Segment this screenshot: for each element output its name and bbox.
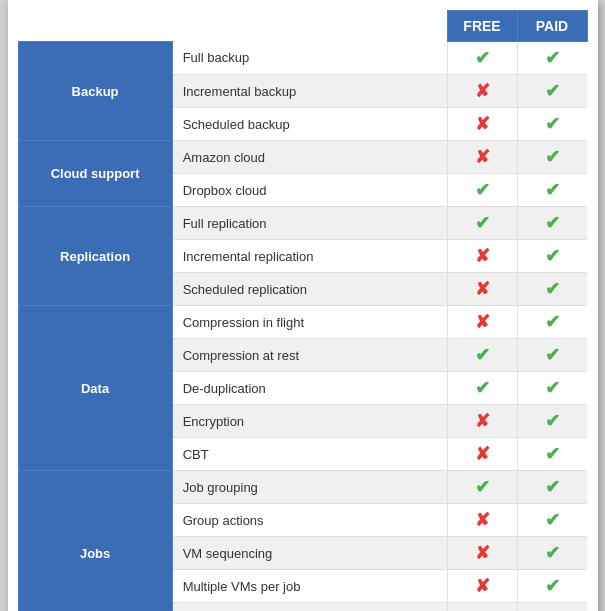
check-icon: ✔ — [475, 213, 490, 233]
check-icon: ✔ — [545, 279, 560, 299]
feature-cell: Job grouping — [172, 471, 447, 504]
feature-cell: Incremental backup — [172, 75, 447, 108]
free-check-cell: ✘ — [447, 603, 517, 612]
paid-check-cell: ✔ — [517, 339, 587, 372]
free-check-cell: ✘ — [447, 537, 517, 570]
category-cell: Replication — [18, 207, 172, 306]
free-check-cell: ✔ — [447, 207, 517, 240]
table-row: DataCompression in flight✘✔ — [18, 306, 587, 339]
feature-cell: CBT — [172, 438, 447, 471]
check-icon: ✔ — [545, 477, 560, 497]
table-header-row: FREE PAID — [18, 11, 587, 42]
check-icon: ✔ — [545, 576, 560, 596]
paid-check-cell: ✔ — [517, 273, 587, 306]
check-icon: ✔ — [545, 510, 560, 530]
paid-check-cell: ✔ — [517, 141, 587, 174]
cross-icon: ✘ — [475, 312, 490, 332]
feature-cell: De-duplication — [172, 372, 447, 405]
comparison-table: FREE PAID BackupFull backup✔✔Incremental… — [18, 10, 588, 611]
feature-cell: Amazon cloud — [172, 141, 447, 174]
check-icon: ✔ — [545, 81, 560, 101]
free-check-cell: ✘ — [447, 438, 517, 471]
check-icon: ✔ — [545, 411, 560, 431]
free-check-cell: ✔ — [447, 372, 517, 405]
free-check-cell: ✘ — [447, 108, 517, 141]
check-icon: ✔ — [545, 444, 560, 464]
cross-icon: ✘ — [475, 114, 490, 134]
table-container: FREE PAID BackupFull backup✔✔Incremental… — [8, 0, 598, 611]
feature-cell: Incremental replication — [172, 240, 447, 273]
check-icon: ✔ — [545, 48, 560, 68]
paid-check-cell: ✔ — [517, 75, 587, 108]
category-cell: Data — [18, 306, 172, 471]
paid-check-cell: ✔ — [517, 438, 587, 471]
header-paid: PAID — [517, 11, 587, 42]
table-row: Cloud supportAmazon cloud✘✔ — [18, 141, 587, 174]
paid-check-cell: ✔ — [517, 240, 587, 273]
header-feature — [172, 11, 447, 42]
free-check-cell: ✘ — [447, 570, 517, 603]
cross-icon: ✘ — [475, 147, 490, 167]
header-free: FREE — [447, 11, 517, 42]
category-cell: Backup — [18, 42, 172, 141]
paid-check-cell: ✔ — [517, 471, 587, 504]
free-check-cell: ✘ — [447, 273, 517, 306]
paid-check-cell: ✔ — [517, 405, 587, 438]
cross-icon: ✘ — [475, 279, 490, 299]
feature-cell: Automatic VM protection — [172, 603, 447, 612]
free-check-cell: ✘ — [447, 306, 517, 339]
feature-cell: Scheduled replication — [172, 273, 447, 306]
paid-check-cell: ✔ — [517, 372, 587, 405]
feature-cell: Compression in flight — [172, 306, 447, 339]
check-icon: ✔ — [475, 477, 490, 497]
free-check-cell: ✔ — [447, 174, 517, 207]
feature-cell: Compression at rest — [172, 339, 447, 372]
check-icon: ✔ — [475, 345, 490, 365]
header-category — [18, 11, 172, 42]
free-check-cell: ✔ — [447, 42, 517, 75]
check-icon: ✔ — [475, 378, 490, 398]
paid-check-cell: ✔ — [517, 603, 587, 612]
check-icon: ✔ — [545, 345, 560, 365]
table-row: JobsJob grouping✔✔ — [18, 471, 587, 504]
feature-cell: Full backup — [172, 42, 447, 75]
free-check-cell: ✘ — [447, 75, 517, 108]
table-row: ReplicationFull replication✔✔ — [18, 207, 587, 240]
cross-icon: ✘ — [475, 510, 490, 530]
paid-check-cell: ✔ — [517, 174, 587, 207]
paid-check-cell: ✔ — [517, 504, 587, 537]
paid-check-cell: ✔ — [517, 306, 587, 339]
feature-cell: Dropbox cloud — [172, 174, 447, 207]
cross-icon: ✘ — [475, 444, 490, 464]
free-check-cell: ✔ — [447, 339, 517, 372]
feature-cell: Scheduled backup — [172, 108, 447, 141]
table-row: BackupFull backup✔✔ — [18, 42, 587, 75]
check-icon: ✔ — [545, 180, 560, 200]
category-cell: Cloud support — [18, 141, 172, 207]
check-icon: ✔ — [545, 312, 560, 332]
paid-check-cell: ✔ — [517, 537, 587, 570]
free-check-cell: ✘ — [447, 240, 517, 273]
paid-check-cell: ✔ — [517, 42, 587, 75]
free-check-cell: ✔ — [447, 471, 517, 504]
comparison-card: FREE PAID BackupFull backup✔✔Incremental… — [8, 0, 598, 611]
cross-icon: ✘ — [475, 411, 490, 431]
feature-cell: Full replication — [172, 207, 447, 240]
check-icon: ✔ — [475, 48, 490, 68]
category-cell: Jobs — [18, 471, 172, 612]
check-icon: ✔ — [545, 147, 560, 167]
paid-check-cell: ✔ — [517, 207, 587, 240]
free-check-cell: ✘ — [447, 504, 517, 537]
check-icon: ✔ — [545, 213, 560, 233]
check-icon: ✔ — [545, 378, 560, 398]
cross-icon: ✘ — [475, 576, 490, 596]
paid-check-cell: ✔ — [517, 570, 587, 603]
feature-cell: Multiple VMs per job — [172, 570, 447, 603]
cross-icon: ✘ — [475, 543, 490, 563]
check-icon: ✔ — [545, 246, 560, 266]
check-icon: ✔ — [475, 180, 490, 200]
cross-icon: ✘ — [475, 246, 490, 266]
check-icon: ✔ — [545, 114, 560, 134]
feature-cell: Group actions — [172, 504, 447, 537]
paid-check-cell: ✔ — [517, 108, 587, 141]
